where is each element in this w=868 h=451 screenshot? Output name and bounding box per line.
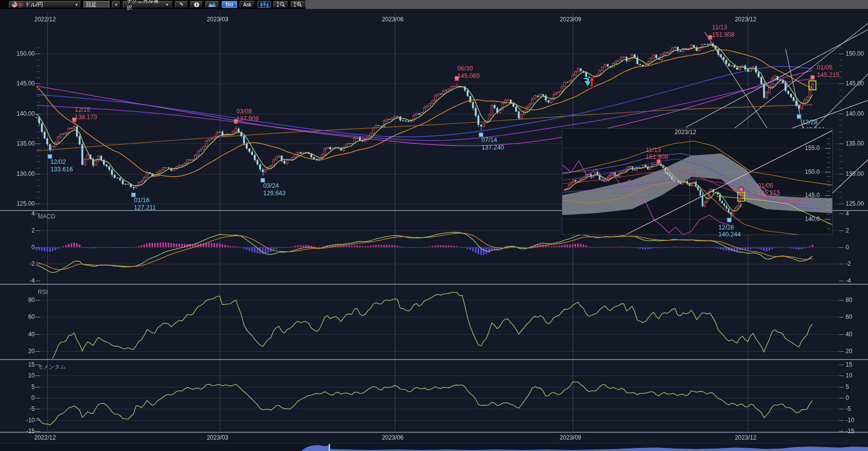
inset-chart-canvas[interactable] <box>562 129 832 234</box>
info-icon <box>194 2 199 7</box>
currency-pair-select[interactable]: ドル/円 ▼ <box>9 1 81 8</box>
candlestick-mode-icon <box>260 2 269 7</box>
macd-panel-title: MACD <box>38 213 55 220</box>
dropdown-arrow-icon: ▼ <box>75 3 79 6</box>
inset-annotation-date-01/05: 01/05 <box>758 182 773 189</box>
vertical-zoom-out-button[interactable] <box>273 1 288 8</box>
inset-annotation-price-11/13: 151.908 <box>646 153 668 160</box>
momentum-panel-title: モメンタム <box>38 363 66 371</box>
mountain-chart-icon <box>208 2 216 7</box>
jp-flag-icon <box>17 1 23 7</box>
inset-ytick: 155.0 <box>805 145 820 151</box>
inset-annotation-date-12/28: 12/28 <box>718 224 734 231</box>
trading-app-window: { "toolbar": { "pair_label": "ドル/円", "ti… <box>0 0 868 451</box>
inset-annotation-date-11/13: 11/13 <box>646 147 661 153</box>
candlestick-mode-button[interactable] <box>258 1 271 8</box>
vertical-zoom-in-icon <box>293 1 302 7</box>
rsi-panel-title: RSI <box>38 289 48 296</box>
ask-button[interactable]: Ask <box>240 1 255 8</box>
inset-ytick: 150.0 <box>805 168 820 175</box>
timeline-navigator[interactable] <box>0 444 868 451</box>
vertical-zoom-in-button[interactable] <box>291 1 305 8</box>
timeframe-dropdown-button[interactable]: ▼ <box>112 1 120 8</box>
pair-label: ドル/円 <box>25 1 43 8</box>
timeframe-label: 日足 <box>86 1 97 8</box>
inset-annotation-price-12/28: 140.244 <box>718 231 741 238</box>
area-chart-mode-button[interactable] <box>205 1 219 8</box>
inset-ytick: 145.0 <box>805 192 820 199</box>
inset-zoom-chart[interactable]: 2023/12155.0150.0145.0140.011/13151.9080… <box>562 128 833 235</box>
inset-ytick: 140.0 <box>805 216 820 223</box>
toolbar: ドル/円 ▼ 日足 ▼ テクニカル選択 ▼ ✎ <box>0 0 868 9</box>
inset-annotation-price-01/05: 145.215 <box>758 189 780 196</box>
draw-tool-button[interactable]: ✎ <box>175 1 187 8</box>
dropdown-arrow-icon: ▼ <box>114 3 118 6</box>
dropdown-arrow-icon: ▼ <box>166 3 169 6</box>
bid-label: Bid <box>226 2 233 7</box>
ask-label: Ask <box>243 2 252 7</box>
vertical-zoom-out-icon <box>276 1 285 7</box>
inset-date-label: 2023/12 <box>675 129 696 136</box>
technical-label: テクニカル選択 <box>127 0 163 11</box>
pencil-icon: ✎ <box>179 2 183 7</box>
bid-button[interactable]: Bid <box>222 1 237 8</box>
technical-select-button[interactable]: テクニカル選択 ▼ <box>123 1 173 8</box>
us-flag-icon <box>11 1 17 7</box>
price-direction-cursor-icon <box>580 74 597 90</box>
timeframe-field[interactable]: 日足 <box>84 1 110 8</box>
info-button[interactable] <box>190 1 203 8</box>
toolbar-button-panel: ドル/円 ▼ 日足 ▼ テクニカル選択 ▼ ✎ <box>0 0 305 9</box>
